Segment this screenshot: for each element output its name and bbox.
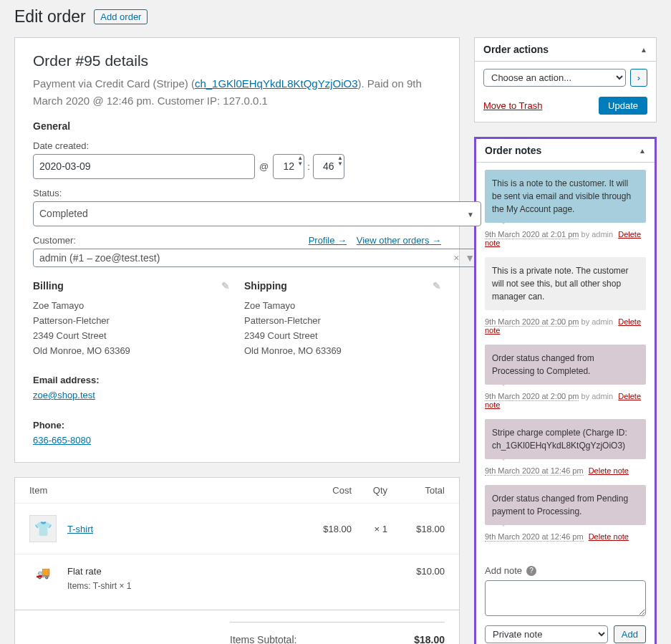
note-meta: 9th March 2020 at 12:46 pm Delete note bbox=[485, 466, 646, 475]
note-content: This is a note to the customer. It will … bbox=[485, 170, 646, 223]
shipping-company: Patterson-Fletcher bbox=[244, 314, 441, 329]
email-label: Email address: bbox=[33, 375, 100, 385]
order-note: Stripe charge complete (Charge ID: ch_1G… bbox=[485, 419, 646, 475]
payment-prefix: Payment via Credit Card (Stripe) ( bbox=[33, 77, 195, 90]
apply-action-button[interactable]: › bbox=[630, 69, 647, 87]
shipping-total: $10.00 bbox=[387, 566, 445, 577]
note-timestamp: 9th March 2020 at 12:46 pm bbox=[485, 532, 584, 542]
product-qty: × 1 bbox=[352, 524, 387, 534]
move-to-trash-link[interactable]: Move to Trash bbox=[483, 100, 542, 111]
order-note: Order status changed from Pending paymen… bbox=[485, 485, 646, 541]
add-note-label: Add note bbox=[485, 565, 522, 576]
status-select[interactable]: Completed bbox=[33, 201, 481, 226]
line-item: 👕 T-shirt $18.00 × 1 $18.00 bbox=[15, 504, 459, 554]
note-meta: 9th March 2020 at 2:00 pm by admin Delet… bbox=[485, 392, 646, 409]
note-author: by admin bbox=[579, 392, 615, 400]
product-link[interactable]: T-shirt bbox=[67, 524, 93, 534]
product-thumb: 👕 bbox=[29, 515, 57, 542]
time-colon: : bbox=[307, 161, 310, 172]
toggle-notes-icon[interactable]: ▲ bbox=[639, 147, 646, 155]
note-author: by admin bbox=[579, 230, 615, 239]
update-button[interactable]: Update bbox=[599, 97, 647, 115]
billing-name: Zoe Tamayo bbox=[33, 299, 230, 314]
edit-billing-icon[interactable]: ✎ bbox=[221, 280, 230, 292]
shipping-city: Old Monroe, MO 63369 bbox=[244, 344, 441, 359]
billing-city: Old Monroe, MO 63369 bbox=[33, 344, 230, 359]
general-heading: General bbox=[33, 120, 441, 132]
product-cost: $18.00 bbox=[294, 524, 352, 534]
hour-spinner-icon: ▲▼ bbox=[297, 155, 303, 167]
shipping-line: 🚚 Flat rate Items: T-shirt × 1 $10.00 bbox=[15, 554, 459, 602]
page-title: Edit order bbox=[14, 7, 86, 27]
billing-company: Patterson-Fletcher bbox=[33, 314, 230, 329]
order-actions-box: Order actions▲ Choose an action... › Mov… bbox=[474, 37, 657, 122]
at-symbol: @ bbox=[259, 161, 269, 172]
charge-link[interactable]: ch_1GKl0EHqYkdL8KtQgYzjOiO3 bbox=[195, 77, 358, 90]
order-notes-box: Order notes▲ This is a note to the custo… bbox=[474, 137, 657, 644]
note-type-select[interactable]: Private note bbox=[485, 625, 608, 643]
customer-select[interactable]: admin (#1 – zoe@test.test) × ▼ bbox=[33, 249, 481, 267]
col-total: Total bbox=[387, 485, 445, 496]
col-cost: Cost bbox=[294, 485, 352, 496]
shipping-name: Zoe Tamayo bbox=[244, 299, 441, 314]
billing-email-link[interactable]: zoe@shop.test bbox=[33, 390, 95, 400]
profile-link[interactable]: Profile → bbox=[309, 235, 347, 246]
date-label: Date created: bbox=[33, 140, 441, 151]
note-meta: 9th March 2020 at 2:01 pm by admin Delet… bbox=[485, 230, 646, 247]
shipping-items: Items: T-shirt × 1 bbox=[67, 581, 294, 591]
order-notes-heading: Order notes bbox=[485, 145, 541, 156]
subtotal-label: Items Subtotal: bbox=[230, 634, 296, 644]
order-meta: Payment via Credit Card (Stripe) (ch_1GK… bbox=[33, 75, 441, 110]
status-label: Status: bbox=[33, 188, 441, 198]
clear-customer-icon[interactable]: × ▼ bbox=[453, 252, 475, 264]
shipping-method-name: Flat rate bbox=[67, 566, 294, 577]
order-action-select[interactable]: Choose an action... bbox=[483, 69, 626, 87]
note-author: by admin bbox=[579, 317, 615, 326]
subtotal-value: $18.00 bbox=[414, 634, 445, 644]
billing-street: 2349 Court Street bbox=[33, 329, 230, 344]
delete-note-link[interactable]: Delete note bbox=[589, 532, 629, 541]
delete-note-link[interactable]: Delete note bbox=[589, 466, 629, 475]
note-meta: 9th March 2020 at 12:46 pm Delete note bbox=[485, 532, 646, 541]
order-actions-heading: Order actions bbox=[483, 44, 549, 55]
help-icon[interactable]: ? bbox=[526, 566, 536, 576]
col-item: Item bbox=[29, 485, 294, 496]
date-input[interactable] bbox=[33, 154, 255, 179]
note-content: This is a private note. The customer wil… bbox=[485, 257, 646, 310]
toggle-actions-icon[interactable]: ▲ bbox=[640, 46, 647, 54]
add-note-button[interactable]: Add bbox=[614, 625, 646, 643]
phone-label: Phone: bbox=[33, 420, 64, 431]
order-title: Order #95 details bbox=[33, 52, 441, 69]
edit-shipping-icon[interactable]: ✎ bbox=[433, 280, 441, 292]
note-author bbox=[584, 532, 586, 541]
minute-spinner-icon: ▲▼ bbox=[337, 155, 343, 167]
note-content: Order status changed from Processing to … bbox=[485, 345, 646, 385]
order-note: This is a private note. The customer wil… bbox=[485, 257, 646, 335]
billing-phone-link[interactable]: 636-665-8080 bbox=[33, 435, 91, 446]
order-items-box: Item Cost Qty Total 👕 T-shirt $18.00 × 1… bbox=[14, 477, 460, 644]
note-meta: 9th March 2020 at 2:00 pm by admin Delet… bbox=[485, 317, 646, 335]
truck-icon: 🚚 bbox=[29, 566, 57, 580]
customer-label: Customer: bbox=[33, 235, 76, 246]
add-order-button[interactable]: Add order bbox=[94, 9, 148, 24]
order-note: Order status changed from Processing to … bbox=[485, 345, 646, 409]
shipping-street: 2349 Court Street bbox=[244, 329, 441, 344]
product-total: $18.00 bbox=[387, 524, 445, 534]
order-note: This is a note to the customer. It will … bbox=[485, 170, 646, 247]
note-content: Stripe charge complete (Charge ID: ch_1G… bbox=[485, 419, 646, 459]
view-other-orders-link[interactable]: View other orders → bbox=[357, 235, 441, 246]
col-qty: Qty bbox=[352, 485, 387, 496]
note-author bbox=[584, 466, 586, 475]
note-textarea[interactable] bbox=[485, 580, 646, 616]
shipping-heading: Shipping bbox=[244, 280, 287, 292]
order-data-box: Order #95 details Payment via Credit Car… bbox=[14, 37, 460, 463]
note-timestamp: 9th March 2020 at 12:46 pm bbox=[485, 466, 584, 476]
billing-heading: Billing bbox=[33, 280, 64, 292]
customer-value: admin (#1 – zoe@test.test) bbox=[39, 252, 160, 264]
note-content: Order status changed from Pending paymen… bbox=[485, 485, 646, 525]
